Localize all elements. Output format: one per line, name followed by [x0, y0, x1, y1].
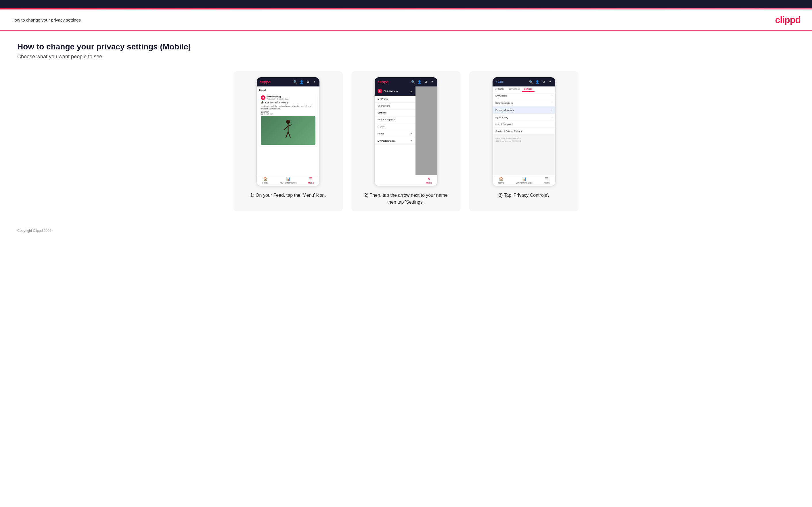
phone-header-3: < Back 🔍 👤 ⚙ ▼: [493, 77, 555, 87]
chevron-icon-2: ▼: [430, 79, 435, 84]
arrow-icon-golfbag: ›: [552, 116, 552, 119]
footer-menu-3[interactable]: ☰ Menu: [544, 177, 550, 184]
phone-logo-2: clippd: [377, 80, 389, 84]
settings-item-integrations[interactable]: Data Integrations ›: [493, 99, 555, 107]
step-1-description: 1) On your Feed, tap the 'Menu' icon.: [247, 192, 328, 199]
top-bar: [0, 0, 812, 8]
settings-icon-2: ⚙: [423, 79, 428, 84]
phone-logo-1: clippd: [260, 80, 270, 84]
menu-overlay: B Blair McHarg ▲ My Profile Connections: [375, 87, 437, 186]
golf-image: [261, 116, 315, 145]
phone-header-1: clippd 🔍 👤 ⚙ ▼: [257, 77, 319, 87]
search-icon-2: 🔍: [411, 79, 415, 84]
main-content: How to change your privacy settings (Mob…: [0, 31, 812, 223]
svg-line-3: [288, 125, 292, 126]
account-label: My Account: [496, 95, 507, 97]
phone-icons-3: 🔍 👤 ⚙ ▼: [529, 79, 552, 84]
phone-mockup-3: < Back 🔍 👤 ⚙ ▼ My Profile Connections: [492, 77, 556, 186]
svg-point-0: [286, 120, 290, 124]
chevron-icon-3: ▼: [548, 79, 552, 84]
phone-mockup-2: clippd 🔍 👤 ⚙ ▼ B: [374, 77, 438, 186]
feed-date: Yesterday · Sunningdale: [266, 98, 289, 100]
menu-item-logout[interactable]: Logout: [375, 123, 415, 130]
help-label: Help & Support ↗: [496, 123, 513, 125]
step-card-1: clippd 🔍 👤 ⚙ ▼ Feed B: [234, 71, 343, 211]
chart-icon: 📊: [286, 177, 291, 181]
step-2-description: 2) Then, tap the arrow next to your name…: [357, 192, 455, 206]
footer-menu-2[interactable]: ✕ Menu: [426, 177, 432, 184]
steps-container: clippd 🔍 👤 ⚙ ▼ Feed B: [17, 71, 795, 211]
dim-overlay: [415, 87, 437, 186]
settings-item-golfbag[interactable]: My Golf Bag ›: [493, 114, 555, 121]
menu-item-help[interactable]: Help & Support ↗: [375, 116, 415, 123]
feed-desc: Looking to feel like my hands are exitin…: [261, 105, 315, 110]
menu-section-performance[interactable]: My Performance ▼: [375, 137, 415, 145]
menu-item-profile[interactable]: My Profile: [375, 96, 415, 103]
golfbag-label: My Golf Bag: [496, 116, 508, 119]
close-icon: ✕: [427, 177, 430, 181]
settings-icon: ⚙: [306, 79, 310, 84]
profile-icon-2: 👤: [417, 79, 422, 84]
chart-icon-3: 📊: [522, 177, 526, 181]
tab-my-profile[interactable]: My Profile: [493, 87, 506, 92]
chevron-down-perf: ▼: [410, 139, 413, 142]
feed-username: Blair McHarg: [266, 95, 289, 98]
settings-version: Clippd Client Version: 2022.8.3-3 GQL Se…: [493, 135, 555, 145]
menu-section-home[interactable]: Home ▼: [375, 130, 415, 137]
logo: clippd: [775, 15, 801, 25]
menu-item-connections[interactable]: Connections: [375, 103, 415, 109]
phone-icons-1: 🔍 👤 ⚙ ▼: [293, 79, 316, 84]
footer-home-3[interactable]: 🏠 Home: [498, 177, 504, 184]
settings-item-service[interactable]: Service & Privacy Policy ↗: [493, 128, 555, 135]
svg-line-2: [284, 126, 288, 130]
settings-item-account[interactable]: My Account ›: [493, 92, 555, 99]
menu-panel: B Blair McHarg ▲ My Profile Connections: [375, 87, 415, 186]
avatar-2: B: [377, 89, 382, 93]
menu-icon: ☰: [309, 177, 312, 181]
menu-item-settings[interactable]: Settings: [375, 109, 415, 116]
step-3-description: 3) Tap 'Privacy Controls'.: [496, 192, 552, 199]
step-card-2: clippd 🔍 👤 ⚙ ▼ B: [351, 71, 461, 211]
phone-footer-3: 🏠 Home 📊 My Performance ☰ Menu: [493, 175, 555, 186]
svg-line-5: [288, 132, 291, 137]
back-label[interactable]: < Back: [496, 80, 504, 83]
privacy-label: Privacy Controls: [496, 109, 514, 111]
settings-item-help[interactable]: Help & Support ↗: [493, 121, 555, 128]
search-icon: 🔍: [293, 79, 298, 84]
service-label: Service & Privacy Policy ↗: [496, 130, 523, 132]
feed-item: B Blair McHarg Yesterday · Sunningdale 🎓…: [259, 94, 317, 147]
footer-home-1[interactable]: 🏠 Home: [262, 177, 268, 184]
footer-menu-1[interactable]: ☰ Menu: [308, 177, 314, 184]
tab-settings[interactable]: Settings: [522, 87, 535, 92]
footer: Copyright Clippd 2022: [0, 223, 812, 238]
settings-item-privacy[interactable]: Privacy Controls ›: [493, 107, 555, 114]
settings-list: My Account › Data Integrations › Privacy…: [493, 92, 555, 186]
phone-header-2: clippd 🔍 👤 ⚙ ▼: [375, 77, 437, 87]
home-icon: 🏠: [263, 177, 268, 181]
menu-icon-3: ☰: [545, 177, 548, 181]
search-icon-3: 🔍: [529, 79, 534, 84]
golfer-svg: [280, 119, 297, 142]
feed-user-row: B Blair McHarg Yesterday · Sunningdale: [261, 95, 315, 100]
page-subheading: Choose what you want people to see: [17, 54, 795, 60]
feed-duration-value: 01 hr : 30 min: [261, 113, 315, 115]
header-title: How to change your privacy settings: [11, 17, 81, 22]
home-icon-3: 🏠: [499, 177, 504, 181]
footer-performance-1[interactable]: 📊 My Performance: [280, 177, 297, 184]
tab-connections[interactable]: Connections: [506, 87, 522, 92]
profile-icon-3: 👤: [535, 79, 540, 84]
menu-user-row: B Blair McHarg ▲: [375, 87, 415, 96]
arrow-icon-privacy: ›: [552, 109, 552, 111]
phone-mockup-1: clippd 🔍 👤 ⚙ ▼ Feed B: [256, 77, 320, 186]
menu-chevron-up: ▲: [410, 90, 413, 93]
arrow-icon-integrations: ›: [552, 101, 552, 104]
lesson-title: 🎓 Lesson with Fordy: [261, 101, 315, 104]
phone-icons-2: 🔍 👤 ⚙ ▼: [411, 79, 435, 84]
chevron-down-icon: ▼: [312, 79, 316, 84]
menu-user-info: B Blair McHarg: [377, 89, 398, 93]
page-heading: How to change your privacy settings (Mob…: [17, 42, 795, 51]
phone-footer-1: 🏠 Home 📊 My Performance ☰ Menu: [257, 175, 319, 186]
footer-performance-3[interactable]: 📊 My Performance: [515, 177, 532, 184]
step-card-3: < Back 🔍 👤 ⚙ ▼ My Profile Connections: [469, 71, 578, 211]
settings-tabs: My Profile Connections Settings: [493, 87, 555, 92]
